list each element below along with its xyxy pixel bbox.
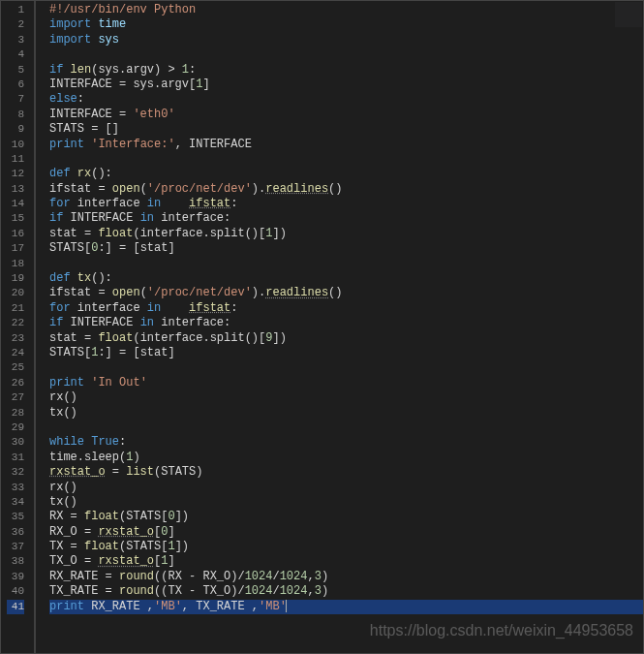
token: ():	[91, 271, 112, 285]
token: TX_RATE =	[49, 584, 119, 598]
token: ])	[175, 510, 189, 523]
code-line[interactable]: for interface in ifstat:	[49, 301, 643, 316]
token: ,	[307, 570, 314, 583]
line-number: 40	[7, 584, 24, 599]
token: /	[272, 584, 279, 598]
line-number: 2	[7, 17, 24, 32]
token: (STATS[	[119, 510, 168, 523]
code-line[interactable]: stat = float(interface.split()[1])	[49, 227, 643, 241]
token: ifstat =	[49, 182, 112, 196]
line-number: 9	[7, 122, 24, 137]
token: (STATS)	[154, 465, 202, 479]
code-line[interactable]: print 'In Out'	[49, 376, 643, 390]
line-number: 6	[7, 78, 24, 92]
code-line[interactable]: def tx():	[49, 271, 643, 286]
token: :	[189, 63, 196, 77]
code-line[interactable]: RX = float(STATS[0])	[49, 510, 643, 524]
token: ).	[252, 286, 265, 299]
line-number: 16	[7, 227, 24, 241]
code-line[interactable]: for interface in ifstat:	[49, 197, 643, 211]
code-line[interactable]	[49, 47, 643, 62]
token: ]	[168, 554, 174, 568]
code-line[interactable]: if len(sys.argv) > 1:	[49, 63, 643, 78]
line-number: 36	[7, 525, 24, 540]
token: INTERFACE = sys.argv[	[49, 78, 196, 91]
code-line[interactable]: rx()	[49, 481, 643, 495]
line-number: 20	[7, 286, 24, 300]
code-line[interactable]: time.sleep(1)	[49, 451, 643, 465]
code-line[interactable]: else:	[49, 92, 643, 107]
minimap[interactable]	[615, 2, 642, 27]
code-line[interactable]: stat = float(interface.split()[9])	[49, 331, 643, 346]
code-line[interactable]: print 'Interface:', INTERFACE	[49, 138, 643, 152]
line-number: 17	[7, 241, 24, 256]
code-line[interactable]: #!/usr/bin/env Python	[49, 3, 643, 17]
token: :	[119, 435, 126, 449]
token: ])	[175, 540, 189, 553]
code-line[interactable]: TX_RATE = round((TX - TX_O)/1024/1024,3)	[49, 584, 643, 599]
code-line[interactable]	[49, 420, 643, 435]
code-line[interactable]: STATS[0:] = [stat]	[49, 241, 643, 256]
code-line[interactable]: tx()	[49, 406, 643, 420]
token: (	[140, 182, 147, 196]
line-number: 11	[7, 152, 24, 167]
code-line[interactable]: tx()	[49, 495, 643, 510]
code-line[interactable]	[49, 152, 643, 167]
token: in	[140, 316, 154, 329]
code-line[interactable]: RX_RATE = round((RX - RX_O)/1024/1024,3)	[49, 570, 643, 584]
code-line[interactable]: INTERFACE = sys.argv[1]	[49, 78, 643, 92]
token: 1	[168, 540, 174, 553]
code-line[interactable]	[49, 360, 643, 375]
token	[161, 197, 189, 210]
token: :	[230, 197, 237, 210]
code-line[interactable]: rxstat_o = list(STATS)	[49, 465, 643, 480]
token: in	[147, 197, 161, 210]
code-line[interactable]: TX = float(STATS[1])	[49, 540, 643, 554]
code-line[interactable]: import sys	[49, 33, 643, 47]
code-line[interactable]: def rx():	[49, 167, 643, 181]
token: 'In Out'	[91, 376, 147, 389]
token: ]	[168, 525, 174, 539]
code-editor[interactable]: 1234567891011121314151617181920212223242…	[1, 1, 643, 653]
token: (interface.split()[	[133, 227, 265, 240]
code-line[interactable]: RX_O = rxstat_o[0]	[49, 525, 643, 540]
token: rxstat_o	[98, 554, 154, 568]
code-line[interactable]: STATS = []	[49, 122, 643, 137]
line-number: 1	[7, 3, 24, 17]
token: interface:	[154, 211, 230, 225]
token: ifstat	[189, 197, 230, 210]
code-line[interactable]: if INTERFACE in interface:	[49, 211, 643, 226]
token: import	[49, 33, 91, 47]
line-number: 10	[7, 138, 24, 152]
code-line[interactable]: STATS[1:] = [stat]	[49, 346, 643, 360]
cursor	[286, 600, 287, 612]
token: float	[98, 331, 133, 345]
token: True	[91, 435, 119, 449]
line-number: 18	[7, 257, 24, 271]
code-line[interactable]: import time	[49, 17, 643, 32]
code-area[interactable]: #!/usr/bin/env Pythonimport timeimport s…	[36, 1, 643, 653]
token: len	[71, 63, 92, 77]
line-number: 30	[7, 435, 24, 450]
token: )	[133, 451, 139, 464]
line-number: 37	[7, 540, 24, 554]
code-line[interactable]: rx()	[49, 390, 643, 405]
line-number: 21	[7, 301, 24, 316]
code-line[interactable]	[49, 257, 643, 271]
code-line[interactable]: print RX_RATE ,'MB', TX_RATE ,'MB'	[49, 600, 643, 614]
line-number: 7	[7, 92, 24, 107]
line-number: 25	[7, 360, 24, 375]
token: RX_RATE =	[49, 570, 119, 583]
token: 'MB'	[259, 600, 287, 613]
code-line[interactable]: ifstat = open('/proc/net/dev').readlines…	[49, 182, 643, 197]
code-line[interactable]: if INTERFACE in interface:	[49, 316, 643, 330]
token: #!/usr/bin/env Python	[49, 3, 196, 16]
line-number: 33	[7, 481, 24, 495]
token: tx()	[49, 495, 77, 509]
token	[63, 63, 70, 77]
code-line[interactable]: ifstat = open('/proc/net/dev').readlines…	[49, 286, 643, 300]
code-line[interactable]: INTERFACE = 'eth0'	[49, 108, 643, 122]
code-line[interactable]: while True:	[49, 435, 643, 450]
token: print	[49, 138, 84, 151]
code-line[interactable]: TX_O = rxstat_o[1]	[49, 554, 643, 569]
